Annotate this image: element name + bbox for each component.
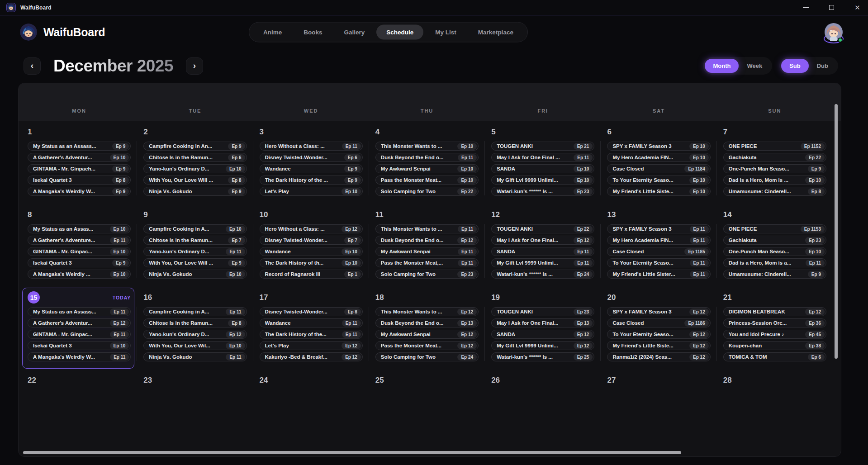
day-cell-5[interactable]: 5TOUGEN ANKIEp 21May I Ask for One Final… xyxy=(485,121,601,204)
schedule-entry[interactable]: SPY x FAMILY Season 3Ep 10 xyxy=(607,142,710,151)
schedule-entry[interactable]: Disney Twisted-Wonder...Ep 8 xyxy=(260,307,363,316)
schedule-entry[interactable]: My Friend's Little Siste...Ep 10 xyxy=(607,187,710,196)
schedule-entry[interactable]: My Gift Lvl 9999 Unlimi...Ep 12 xyxy=(491,341,594,350)
schedule-entry[interactable]: Disney Twisted-Wonder...Ep 7 xyxy=(260,236,363,245)
tab-marketplace[interactable]: Marketplace xyxy=(468,25,523,40)
day-cell-20[interactable]: 20SPY x FAMILY Season 3Ep 12Case ClosedE… xyxy=(601,287,716,370)
day-cell-3[interactable]: 3Hero Without a Class: ...Ep 11Disney Tw… xyxy=(253,121,369,204)
schedule-entry[interactable]: My Friend's Little Siste...Ep 12 xyxy=(607,341,710,350)
schedule-entry[interactable]: With You, Our Love Will ...Ep 8 xyxy=(143,176,247,185)
profile-avatar[interactable] xyxy=(824,23,842,41)
day-cell-9[interactable]: 9Campfire Cooking in A...Ep 10Chitose Is… xyxy=(137,204,253,287)
schedule-entry[interactable]: Disney Twisted-Wonder...Ep 6 xyxy=(260,153,363,162)
close-button[interactable]: ✕ xyxy=(847,0,868,15)
day-cell-16[interactable]: 16Campfire Cooking in A...Ep 11Chitose I… xyxy=(137,287,253,370)
schedule-entry[interactable]: GachiakutaEp 23 xyxy=(723,236,826,245)
schedule-entry[interactable]: With You, Our Love Will ...Ep 9 xyxy=(143,258,247,267)
schedule-entry[interactable]: Yano-kun's Ordinary D...Ep 10 xyxy=(143,164,247,173)
schedule-entry[interactable]: ONE PIECEEp 1153 xyxy=(723,224,826,233)
schedule-entry[interactable]: Let's PlayEp 10 xyxy=(260,187,363,196)
tab-schedule[interactable]: Schedule xyxy=(376,25,423,40)
day-cell-4[interactable]: 4This Monster Wants to ...Ep 10Dusk Beyo… xyxy=(369,121,485,204)
day-cell-27[interactable]: 27 xyxy=(601,370,716,452)
schedule-entry[interactable]: A Gatherer's Adventur...Ep 12 xyxy=(28,318,131,327)
schedule-entry[interactable]: Koupen-chanEp 38 xyxy=(723,341,826,350)
schedule-entry[interactable]: Umamusume: Cinderell...Ep 8 xyxy=(723,187,826,196)
schedule-entry[interactable]: Chitose Is in the Ramun...Ep 7 xyxy=(143,236,247,245)
schedule-entry[interactable]: A Gatherer's Adventur...Ep 10 xyxy=(28,153,131,162)
toggle-dub[interactable]: Dub xyxy=(809,59,836,73)
schedule-entry[interactable]: A Mangaka's Weirdly ...Ep 10 xyxy=(28,270,131,279)
schedule-entry[interactable]: My Status as an Assass...Ep 9 xyxy=(28,142,131,151)
schedule-entry[interactable]: WandanceEp 9 xyxy=(260,164,363,173)
day-cell-2[interactable]: 2Campfire Cooking in An...Ep 9Chitose Is… xyxy=(137,121,253,204)
day-cell-13[interactable]: 13SPY x FAMILY Season 3Ep 11My Hero Acad… xyxy=(601,204,716,287)
schedule-entry[interactable]: My Status as an Assass...Ep 11 xyxy=(28,307,131,316)
schedule-entry[interactable]: My Gift Lvl 9999 Unlimi...Ep 11 xyxy=(491,258,594,267)
schedule-entry[interactable]: My Awkward SenpaiEp 12 xyxy=(375,330,479,339)
schedule-entry[interactable]: Watari-kun's ****** Is ...Ep 23 xyxy=(491,187,594,196)
schedule-entry[interactable]: May I Ask for One Final...Ep 13 xyxy=(491,318,594,327)
schedule-entry[interactable]: WandanceEp 11 xyxy=(260,318,363,327)
tab-my-list[interactable]: My List xyxy=(425,25,466,40)
schedule-entry[interactable]: Hero Without a Class: ...Ep 11 xyxy=(260,142,363,151)
day-cell-24[interactable]: 24 xyxy=(253,370,369,452)
next-month-button[interactable]: › xyxy=(186,57,203,75)
schedule-entry[interactable]: You and Idol Precure ♪Ep 45 xyxy=(723,330,826,339)
schedule-entry[interactable]: ONE PIECEEp 1152 xyxy=(723,142,826,151)
schedule-entry[interactable]: Dad is a Hero, Mom is a...Ep 11 xyxy=(723,258,826,267)
schedule-entry[interactable]: GachiakutaEp 22 xyxy=(723,153,826,162)
vertical-scrollbar-thumb[interactable] xyxy=(835,104,838,359)
schedule-entry[interactable]: Isekai Quartet 3Ep 9 xyxy=(28,258,131,267)
day-cell-10[interactable]: 10Hero Without a Class: ...Ep 12Disney T… xyxy=(253,204,369,287)
schedule-entry[interactable]: SPY x FAMILY Season 3Ep 12 xyxy=(607,307,710,316)
day-cell-15[interactable]: 15TODAYMy Status as an Assass...Ep 11A G… xyxy=(21,287,137,370)
day-cell-21[interactable]: 21DIGIMON BEATBREAKEp 12Princess-Session… xyxy=(717,287,833,370)
schedule-entry[interactable]: The Dark History of the ...Ep 9 xyxy=(260,176,363,185)
schedule-entry[interactable]: To Your Eternity Seaso...Ep 10 xyxy=(607,176,710,185)
schedule-entry[interactable]: Yano-kun's Ordinary D...Ep 11 xyxy=(143,247,247,256)
tab-gallery[interactable]: Gallery xyxy=(334,25,375,40)
horizontal-scrollbar-thumb[interactable] xyxy=(23,451,681,454)
toggle-sub[interactable]: Sub xyxy=(781,59,809,73)
schedule-entry[interactable]: Dusk Beyond the End o...Ep 12 xyxy=(375,236,479,245)
schedule-entry[interactable]: This Monster Wants to ...Ep 10 xyxy=(375,142,479,151)
schedule-entry[interactable]: Watari-kun's ****** Is ...Ep 24 xyxy=(491,270,594,279)
schedule-entry[interactable]: Isekai Quartet 3Ep 10 xyxy=(28,341,131,350)
schedule-entry[interactable]: Pass the Monster Meat,...Ep 11 xyxy=(375,258,479,267)
schedule-entry[interactable]: A Gatherer's Adventure...Ep 11 xyxy=(28,236,131,245)
tab-anime[interactable]: Anime xyxy=(253,25,292,40)
schedule-entry[interactable]: This Monster Wants to ...Ep 11 xyxy=(375,224,479,233)
day-cell-22[interactable]: 22 xyxy=(21,370,137,452)
day-cell-6[interactable]: 6SPY x FAMILY Season 3Ep 10My Hero Acade… xyxy=(601,121,716,204)
schedule-entry[interactable]: May I Ask for One Final ...Ep 11 xyxy=(491,153,594,162)
schedule-entry[interactable]: My Friend's Little Sister...Ep 11 xyxy=(607,270,710,279)
schedule-entry[interactable]: My Status as an Assas...Ep 10 xyxy=(28,224,131,233)
schedule-entry[interactable]: Solo Camping for TwoEp 23 xyxy=(375,270,479,279)
schedule-entry[interactable]: Dusk Beyond the End o...Ep 11 xyxy=(375,153,479,162)
day-cell-18[interactable]: 18This Monster Wants to ...Ep 12Dusk Bey… xyxy=(369,287,485,370)
schedule-entry[interactable]: Campfire Cooking in A...Ep 11 xyxy=(143,307,247,316)
schedule-entry[interactable]: Pass the Monster Meat...Ep 12 xyxy=(375,341,479,350)
schedule-entry[interactable]: Case ClosedEp 1185 xyxy=(607,247,710,256)
schedule-entry[interactable]: SANDAEp 11 xyxy=(491,247,594,256)
schedule-entry[interactable]: WandanceEp 10 xyxy=(260,247,363,256)
schedule-entry[interactable]: SPY x FAMILY Season 3Ep 11 xyxy=(607,224,710,233)
schedule-entry[interactable]: My Hero Academia FIN...Ep 10 xyxy=(607,153,710,162)
schedule-entry[interactable]: Chitose Is in the Ramun...Ep 8 xyxy=(143,318,247,327)
schedule-entry[interactable]: TOUGEN ANKIEp 23 xyxy=(491,307,594,316)
day-cell-8[interactable]: 8My Status as an Assas...Ep 10A Gatherer… xyxy=(21,204,137,287)
schedule-entry[interactable]: Solo Camping for TwoEp 24 xyxy=(375,352,479,361)
day-cell-11[interactable]: 11This Monster Wants to ...Ep 11Dusk Bey… xyxy=(369,204,485,287)
schedule-entry[interactable]: My Hero Academia FIN...Ep 11 xyxy=(607,236,710,245)
tab-books[interactable]: Books xyxy=(294,25,332,40)
schedule-entry[interactable]: Dusk Beyond the End o...Ep 13 xyxy=(375,318,479,327)
schedule-entry[interactable]: A Mangaka's Weirdly W...Ep 9 xyxy=(28,187,131,196)
schedule-entry[interactable]: Ninja Vs. GokudoEp 10 xyxy=(143,270,247,279)
day-cell-25[interactable]: 25 xyxy=(369,370,485,452)
schedule-entry[interactable]: Yano-kun's Ordinary D...Ep 12 xyxy=(143,330,247,339)
schedule-entry[interactable]: TOMICA & TOMEp 6 xyxy=(723,352,826,361)
day-cell-7[interactable]: 7ONE PIECEEp 1152GachiakutaEp 22One-Punc… xyxy=(717,121,833,204)
schedule-entry[interactable]: The Dark History of th...Ep 10 xyxy=(260,258,363,267)
schedule-entry[interactable]: TOUGEN ANKIEp 22 xyxy=(491,224,594,233)
